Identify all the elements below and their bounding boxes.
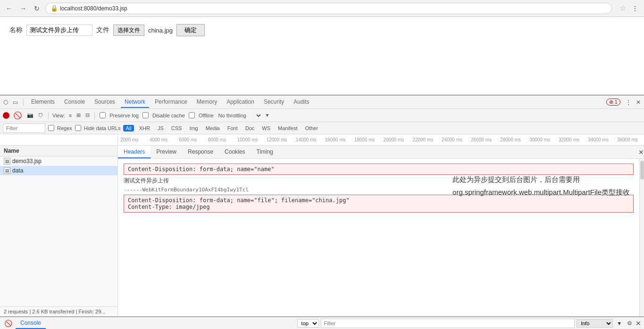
timeline-10000: 10000 ms <box>235 137 264 142</box>
regex-checkbox[interactable] <box>48 125 54 131</box>
tab-audits[interactable]: Audits <box>290 97 313 108</box>
preserve-log-checkbox[interactable] <box>100 112 106 118</box>
timeline-bar: 2000 ms 4000 ms 6000 ms 8000 ms 10000 ms… <box>0 134 644 146</box>
forward-button[interactable]: → <box>18 4 28 13</box>
detail-tab-headers[interactable]: Headers <box>118 146 151 158</box>
refresh-button[interactable]: ↻ <box>32 4 42 13</box>
content-disposition-file: Content-Disposition: form-data; name="fi… <box>128 197 629 204</box>
hide-data-urls-label: Hide data URLs <box>84 125 121 131</box>
offline-label: Offline <box>199 113 214 118</box>
detail-tab-preview[interactable]: Preview <box>151 146 182 158</box>
view-group-button[interactable]: ⊟ <box>84 111 91 119</box>
name-item-demo33[interactable]: ▤ demo33.jsp <box>0 156 117 166</box>
console-close-button[interactable]: ✕ <box>636 320 641 327</box>
bookmark-icon[interactable]: ☆ <box>619 4 626 13</box>
timeline-14000: 14000 ms <box>293 137 323 142</box>
separator2 <box>94 112 95 119</box>
timeline-20000: 20000 ms <box>381 137 410 142</box>
devtools-more-button[interactable]: ⋮ <box>624 98 633 107</box>
boundary-line: ------WebKitFormBoundary1OAxFI4bgIwy1Tcl <box>124 187 634 193</box>
name-item-label: demo33.jsp <box>12 158 42 164</box>
content-disposition-name-block: Content-Disposition: form-data; name="na… <box>124 164 634 175</box>
view-list-button[interactable]: ≡ <box>68 112 73 119</box>
tab-security[interactable]: Security <box>260 97 288 108</box>
tab-performance[interactable]: Performance <box>151 97 191 108</box>
console-dropdown-icon[interactable]: ▼ <box>615 320 624 327</box>
detail-tab-cookies[interactable]: Cookies <box>219 146 251 158</box>
filter-media[interactable]: Media <box>203 125 222 132</box>
console-clear-icon[interactable]: 🚫 <box>3 319 14 328</box>
tab-console[interactable]: Console <box>60 97 89 108</box>
filter-input[interactable] <box>3 123 45 133</box>
device-icon[interactable]: ▭ <box>11 98 19 107</box>
filter-doc[interactable]: Doc <box>243 125 257 132</box>
divider <box>23 99 24 106</box>
tab-sources[interactable]: Sources <box>91 97 119 108</box>
detail-scrollbar[interactable] <box>639 159 644 316</box>
console-panel: 🚫 Console top Info Error Warnings ▼ ⚙ ✕ … <box>0 316 644 329</box>
tab-memory[interactable]: Memory <box>193 97 221 108</box>
submit-button[interactable]: 确定 <box>176 24 205 36</box>
console-context-select[interactable]: top <box>297 319 319 328</box>
name-item-data[interactable]: ▤ data <box>0 166 117 175</box>
file-icon-data: ▤ <box>4 167 10 174</box>
timeline-12000: 12000 ms <box>264 137 293 142</box>
disable-cache-checkbox[interactable] <box>142 112 149 118</box>
choose-file-button[interactable]: 选择文件 <box>113 25 144 36</box>
record-button[interactable] <box>3 112 9 119</box>
detail-tab-response[interactable]: Response <box>182 146 219 158</box>
name-header: Name <box>0 146 117 156</box>
filter-ws[interactable]: WS <box>259 125 273 132</box>
filter-font[interactable]: Font <box>225 125 240 132</box>
content-disposition-file-block: Content-Disposition: form-data; name="fi… <box>124 195 634 213</box>
name-input[interactable] <box>26 25 92 36</box>
name-panel: Name ▤ demo33.jsp ▤ data 2 requests | 2.… <box>0 146 118 316</box>
detail-scrollbar-thumb <box>640 161 644 180</box>
menu-button[interactable]: ⋮ <box>630 4 640 13</box>
network-toolbar: 🚫 📷 ⛉ View: ≡ ⊞ ⊟ Preserve log Disable c… <box>0 109 644 122</box>
console-level-select[interactable]: Info Error Warnings <box>577 319 613 328</box>
hide-data-urls-checkbox[interactable] <box>75 125 81 131</box>
inspect-icon[interactable]: ⬡ <box>2 98 9 107</box>
filter-js[interactable]: JS <box>155 125 166 132</box>
tab-elements[interactable]: Elements <box>27 97 59 108</box>
detail-panel: Headers Preview Response Cookies Timing … <box>118 146 644 316</box>
form-row: 名称 文件 选择文件 china.jpg 确定 <box>9 24 635 36</box>
detail-tabs: Headers Preview Response Cookies Timing … <box>118 146 644 159</box>
camera-button[interactable]: 📷 <box>26 111 34 119</box>
devtools-toolbar: ⬡ ▭ Elements Console Sources Network Per… <box>0 96 644 109</box>
timeline-8000: 8000 ms <box>206 137 235 142</box>
separator <box>48 112 49 119</box>
console-filter-input[interactable] <box>321 319 575 328</box>
throttle-dropdown[interactable]: No throttling Offline throttling <box>217 112 262 119</box>
name-item-data-label: data <box>12 167 23 174</box>
filter-other[interactable]: Other <box>303 125 321 132</box>
name-label: 名称 <box>9 26 23 34</box>
disable-cache-label: Disable cache <box>152 113 185 118</box>
console-settings-button[interactable]: ⚙ <box>626 319 634 328</box>
timeline-2000: 2000 ms <box>118 137 147 142</box>
filter-img[interactable]: Img <box>187 125 200 132</box>
console-tab[interactable]: Console <box>16 318 46 329</box>
back-button[interactable]: ← <box>4 4 14 13</box>
filter-button[interactable]: ⛉ <box>37 112 44 119</box>
filter-bar: Regex Hide data URLs All XHR JS CSS Img … <box>0 122 644 134</box>
timeline-30000: 30000 ms <box>527 137 556 142</box>
view-grid-button[interactable]: ⊞ <box>75 111 82 119</box>
offline-checkbox[interactable] <box>189 112 195 118</box>
timeline-18000: 18000 ms <box>352 137 381 142</box>
clear-button[interactable]: 🚫 <box>12 110 23 121</box>
detail-close-button[interactable]: ✕ <box>638 146 644 158</box>
timeline-24000: 24000 ms <box>439 137 468 142</box>
tab-application[interactable]: Application <box>223 97 258 108</box>
url-bar[interactable]: 🔒 localhost:8080/demo33.jsp <box>45 3 612 14</box>
filter-css[interactable]: CSS <box>169 125 184 132</box>
devtools-close-button[interactable]: ✕ <box>635 98 642 107</box>
timeline-16000: 16000 ms <box>323 137 352 142</box>
filter-all[interactable]: All <box>123 125 134 132</box>
tab-network[interactable]: Network <box>121 97 149 108</box>
timeline-34000: 34000 ms <box>585 137 615 142</box>
filter-xhr[interactable]: XHR <box>137 125 152 132</box>
detail-tab-timing[interactable]: Timing <box>251 146 279 158</box>
filter-manifest[interactable]: Manifest <box>276 125 300 132</box>
